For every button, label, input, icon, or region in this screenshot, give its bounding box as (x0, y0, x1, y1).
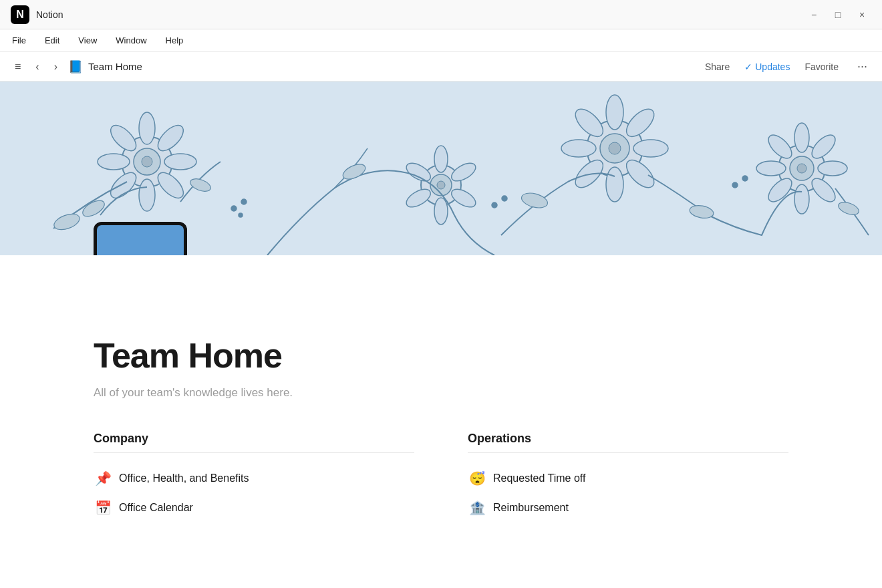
menu-help[interactable]: Help (164, 33, 185, 48)
menu-edit[interactable]: Edit (43, 33, 61, 48)
minimize-button[interactable]: − (804, 5, 823, 24)
svg-point-42 (794, 184, 809, 214)
office-calendar-item[interactable]: 📅 Office Calendar (94, 493, 414, 523)
svg-point-10 (98, 154, 130, 170)
svg-point-40 (818, 161, 847, 176)
app-name: Notion (36, 9, 63, 20)
reimbursement-label: Reimbursement (493, 502, 569, 514)
svg-point-22 (606, 167, 623, 202)
company-divider (94, 452, 414, 453)
more-options-button[interactable]: ··· (853, 57, 871, 76)
office-health-icon: 📌 (94, 470, 112, 486)
svg-point-20 (633, 140, 668, 157)
page-title-toolbar: Team Home (88, 61, 142, 72)
page-content: Team Home All of your team's knowledge l… (0, 255, 882, 563)
menu-window[interactable]: Window (114, 33, 148, 48)
close-button[interactable]: × (853, 5, 871, 24)
svg-point-29 (434, 146, 448, 172)
toolbar: ≡ ‹ › 📘 Team Home Share ✓ Updates Favori… (0, 52, 882, 82)
svg-point-38 (794, 123, 809, 152)
svg-point-37 (797, 164, 806, 173)
share-button[interactable]: Share (701, 59, 734, 75)
operations-section-header: Operations (468, 432, 788, 446)
title-bar-left: N Notion (11, 5, 63, 24)
svg-point-8 (139, 179, 155, 211)
reimbursement-item[interactable]: 🏦 Reimbursement (468, 493, 788, 523)
office-calendar-icon: 📅 (94, 500, 112, 516)
svg-point-32 (434, 198, 448, 225)
office-health-benefits-item[interactable]: 📌 Office, Health, and Benefits (94, 464, 414, 493)
svg-point-55 (732, 182, 738, 188)
updates-button[interactable]: ✓ Updates (744, 61, 790, 72)
svg-point-51 (241, 199, 247, 204)
maximize-button[interactable]: □ (829, 5, 847, 24)
window-controls: − □ × (804, 5, 871, 24)
toolbar-left: ≡ ‹ › 📘 Team Home (11, 58, 142, 76)
svg-point-53 (492, 202, 497, 208)
svg-point-17 (609, 142, 621, 154)
updates-label: Updates (755, 61, 790, 72)
svg-point-18 (606, 95, 623, 130)
time-off-label: Requested Time off (493, 472, 585, 484)
svg-point-28 (437, 181, 445, 189)
company-section-header: Company (94, 432, 414, 446)
forward-button[interactable]: › (50, 58, 61, 76)
svg-point-24 (561, 140, 596, 157)
toolbar-right: Share ✓ Updates Favorite ··· (701, 57, 871, 76)
svg-point-3 (142, 156, 152, 167)
time-off-icon: 😴 (468, 470, 486, 486)
updates-check-icon: ✓ (744, 61, 752, 72)
page-breadcrumb: 📘 Team Home (68, 59, 142, 74)
office-calendar-label: Office Calendar (119, 502, 193, 514)
company-section: Company 📌 Office, Health, and Benefits 📅… (94, 432, 414, 523)
reimbursement-icon: 🏦 (468, 500, 486, 516)
menu-file[interactable]: File (11, 33, 27, 48)
svg-point-44 (756, 161, 786, 176)
requested-time-off-item[interactable]: 😴 Requested Time off (468, 464, 788, 493)
page-cover-icon (94, 222, 187, 255)
menu-bar: File Edit View Window Help (0, 29, 882, 52)
operations-divider (468, 452, 788, 453)
svg-point-50 (231, 206, 237, 211)
page-icon-small: 📘 (68, 59, 83, 74)
svg-point-56 (742, 176, 748, 181)
sections-grid: Company 📌 Office, Health, and Benefits 📅… (94, 432, 788, 523)
sidebar-toggle-button[interactable]: ≡ (11, 58, 25, 76)
page-book-icon (94, 222, 187, 255)
operations-section: Operations 😴 Requested Time off 🏦 Reimbu… (468, 432, 788, 523)
svg-point-52 (239, 213, 243, 217)
page-subtitle: All of your team's knowledge lives here. (94, 386, 788, 400)
app-icon: N (11, 5, 29, 24)
office-health-label: Office, Health, and Benefits (119, 472, 249, 484)
menu-view[interactable]: View (77, 33, 98, 48)
svg-point-6 (164, 154, 196, 170)
page-title: Team Home (94, 335, 788, 376)
cover-image (0, 82, 882, 255)
svg-point-54 (502, 196, 507, 201)
favorite-button[interactable]: Favorite (800, 59, 843, 75)
title-bar: N Notion − □ × (0, 0, 882, 29)
back-button[interactable]: ‹ (31, 58, 43, 76)
svg-point-4 (139, 112, 155, 144)
